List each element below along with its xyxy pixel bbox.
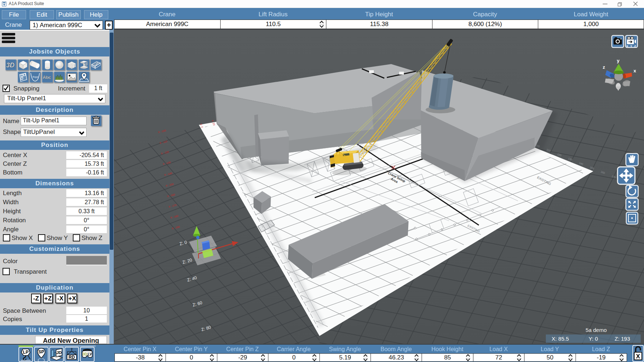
svg-text:3D: 3D (6, 62, 14, 69)
svg-text:SP: SP (38, 349, 44, 354)
svg-text:Rope: Rope (33, 76, 38, 79)
svg-text:LV: LV (88, 352, 92, 356)
svg-text:Y: 0: Y: 0 (589, 336, 598, 342)
svg-text:x: x (633, 68, 636, 73)
svg-text:JD: JD (57, 350, 62, 355)
svg-text:Z: 193: Z: 193 (615, 336, 630, 342)
svg-text:X: 85.5: X: 85.5 (552, 336, 569, 342)
svg-text:RD: RD (68, 355, 75, 360)
svg-text:y: y (617, 58, 620, 63)
svg-text:LP: LP (23, 350, 28, 355)
svg-text:X: X (626, 45, 628, 48)
svg-text:3D: 3D (83, 352, 87, 356)
svg-text:Y: Y (630, 45, 632, 48)
svg-text:X: X (636, 353, 640, 360)
svg-text:Abc: Abc (43, 75, 51, 80)
svg-text:z: z (603, 64, 605, 70)
svg-text:5a demo: 5a demo (586, 327, 607, 333)
svg-text:Z: Z (634, 45, 636, 48)
